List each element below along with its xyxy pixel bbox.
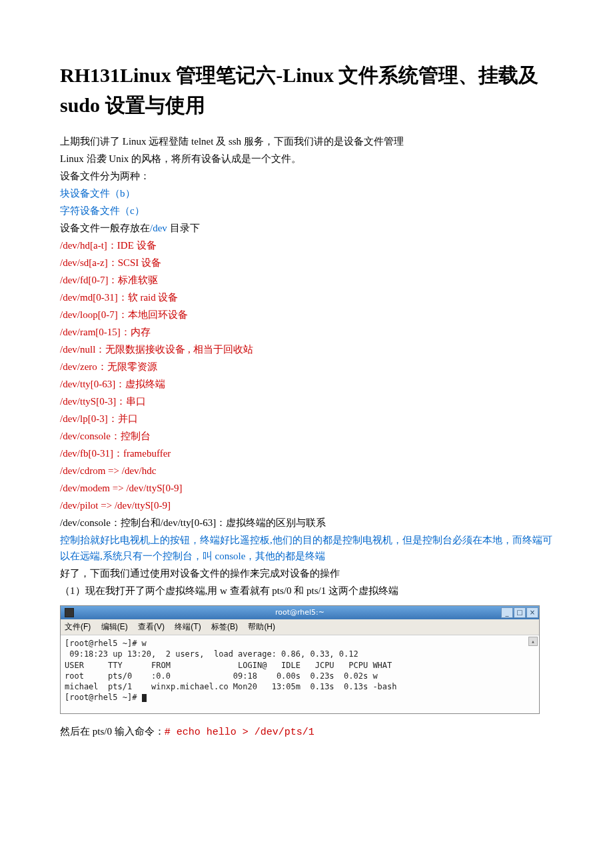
after-terminal-line: 然后在 pts/0 输入命令：# echo hello > /dev/pts/1 bbox=[60, 723, 553, 741]
terminal-window: root@rhel5:~ _ □ × 文件(F) 编辑(E) 查看(V) 终端(… bbox=[60, 605, 540, 714]
device-type-char: 字符设备文件（c） bbox=[60, 203, 553, 219]
intro-line-1: 上期我们讲了 Linux 远程登陆 telnet 及 ssh 服务，下面我们讲的… bbox=[60, 133, 553, 149]
dev-ttyS: /dev/ttyS[0-3]：串口 bbox=[60, 393, 553, 409]
maximize-button[interactable]: □ bbox=[514, 607, 526, 618]
terminal-body[interactable]: [root@rhel5 ~]# w 09:18:23 up 13:20, 2 u… bbox=[61, 635, 539, 713]
dev-md: /dev/md[0-31]：软 raid 设备 bbox=[60, 289, 553, 305]
echo-command: # echo hello > /dev/pts/1 bbox=[165, 727, 314, 738]
window-buttons: _ □ × bbox=[501, 607, 539, 619]
dev-modem: /dev/modem => /dev/ttyS[0-9] bbox=[60, 480, 553, 496]
scroll-up-icon[interactable]: ▴ bbox=[528, 637, 538, 646]
terminal-title: root@rhel5:~ bbox=[61, 607, 539, 619]
dev-null: /dev/null：无限数据接收设备 , 相当于回收站 bbox=[60, 341, 553, 357]
menu-help[interactable]: 帮助(H) bbox=[248, 622, 275, 631]
ok-line: 好了，下面我们通过使用对设备文件的操作来完成对设备的操作 bbox=[60, 565, 553, 581]
page-title: RH131Linux 管理笔记六-Linux 文件系统管理、挂载及 sudo 设… bbox=[60, 60, 553, 120]
dev-tty: /dev/tty[0-63]：虚拟终端 bbox=[60, 376, 553, 392]
step-1: （1）现在我打开了两个虚拟终端,用 w 查看就有 pts/0 和 pts/1 这… bbox=[60, 583, 553, 599]
dev-dir-line: 设备文件一般存放在/dev 目录下 bbox=[60, 220, 553, 236]
dev-pilot: /dev/pilot => /dev/ttyS[0-9] bbox=[60, 497, 553, 513]
terminal-icon bbox=[65, 608, 74, 617]
intro-line-2: Linux 沿袭 Unix 的风格，将所有设备认成是一个文件。 bbox=[60, 151, 553, 167]
dev-dir-pre: 设备文件一般存放在 bbox=[60, 223, 150, 233]
dev-fb: /dev/fb[0-31]：framebuffer bbox=[60, 445, 553, 461]
close-button[interactable]: × bbox=[526, 607, 538, 618]
dev-cdrom: /dev/cdrom => /dev/hdc bbox=[60, 463, 553, 479]
terminal-output: [root@rhel5 ~]# w 09:18:23 up 13:20, 2 u… bbox=[65, 639, 397, 702]
after-term-pre: 然后在 pts/0 输入命令： bbox=[60, 726, 165, 737]
intro-line-3: 设备文件分为两种： bbox=[60, 168, 553, 184]
minimize-button[interactable]: _ bbox=[501, 607, 513, 618]
dev-path: /dev bbox=[150, 223, 167, 233]
dev-ram: /dev/ram[0-15]：内存 bbox=[60, 324, 553, 340]
terminal-menubar: 文件(F) 编辑(E) 查看(V) 终端(T) 标签(B) 帮助(H) bbox=[61, 619, 539, 635]
dev-zero: /dev/zero：无限零资源 bbox=[60, 359, 553, 375]
menu-tabs[interactable]: 标签(B) bbox=[211, 622, 238, 631]
dev-sd: /dev/sd[a-z]：SCSI 设备 bbox=[60, 255, 553, 271]
cursor-icon bbox=[142, 694, 147, 702]
device-type-block: 块设备文件（b） bbox=[60, 185, 553, 201]
explain-blue: 控制抬就好比电视机上的按钮，终端好比遥控板,他们的目的都是控制电视机，但是控制台… bbox=[60, 532, 553, 564]
menu-edit[interactable]: 编辑(E) bbox=[101, 622, 128, 631]
menu-view[interactable]: 查看(V) bbox=[138, 622, 165, 631]
diff-line: /dev/console：控制台和/dev/tty[0-63]：虚拟终端的区别与… bbox=[60, 515, 553, 531]
menu-file[interactable]: 文件(F) bbox=[65, 622, 91, 631]
dev-fd: /dev/fd[0-7]：标准软驱 bbox=[60, 272, 553, 288]
dev-dir-post: 目录下 bbox=[167, 223, 200, 233]
terminal-titlebar: root@rhel5:~ _ □ × bbox=[61, 606, 539, 619]
dev-hd: /dev/hd[a-t]：IDE 设备 bbox=[60, 237, 553, 253]
dev-lp: /dev/lp[0-3]：并口 bbox=[60, 411, 553, 427]
dev-console: /dev/console：控制台 bbox=[60, 428, 553, 444]
dev-loop: /dev/loop[0-7]：本地回环设备 bbox=[60, 307, 553, 323]
menu-terminal[interactable]: 终端(T) bbox=[175, 622, 201, 631]
